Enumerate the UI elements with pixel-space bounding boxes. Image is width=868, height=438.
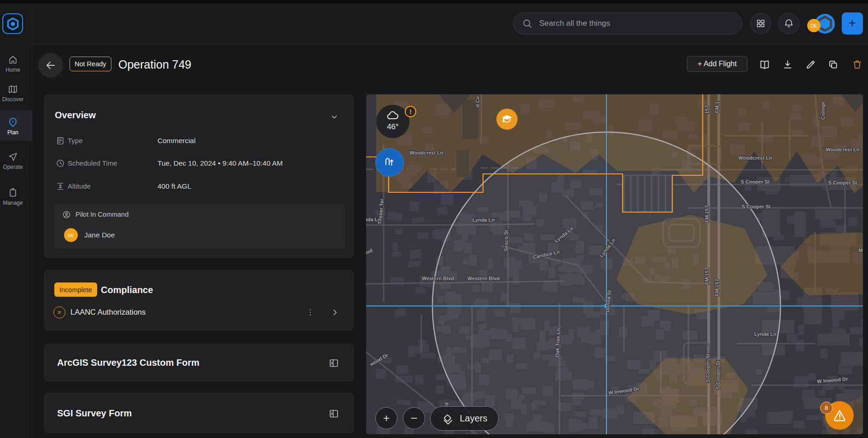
svg-text:Lynda Ln: Lynda Ln (472, 217, 495, 223)
svg-text:FM 157: FM 157 (704, 205, 710, 222)
svg-text:d Cir: d Cir (475, 96, 480, 108)
svg-text:S Cooper St: S Cooper St (828, 180, 857, 185)
svg-text:College: College (820, 101, 826, 120)
svg-text:Woodcrest Ln: Woodcrest Ln (826, 147, 859, 152)
svg-text:S Cooper St: S Cooper St (741, 179, 770, 184)
svg-text:FM 157: FM 157 (714, 279, 720, 296)
svg-text:FM 157: FM 157 (704, 267, 710, 284)
svg-text:S Cooper St: S Cooper St (742, 204, 771, 209)
svg-text:M: M (858, 248, 862, 253)
svg-text:Lynda Ln: Lynda Ln (754, 331, 777, 337)
svg-text:S Cooper St: S Cooper St (705, 353, 711, 382)
svg-text:S Cooper St: S Cooper St (715, 360, 721, 389)
svg-text:Sesco St: Sesco St (503, 230, 509, 251)
svg-text:Western Blvd: Western Blvd (467, 276, 500, 281)
svg-text:FM 1: FM 1 (714, 101, 720, 113)
svg-text:Woodcrest Ln: Woodcrest Ln (738, 155, 772, 161)
svg-text:Western Blvd: Western Blvd (422, 276, 454, 281)
svg-text:Woodcrest Ln: Woodcrest Ln (409, 150, 443, 156)
svg-text:nda Ln: nda Ln (366, 217, 381, 222)
svg-text:157: 157 (704, 105, 710, 114)
